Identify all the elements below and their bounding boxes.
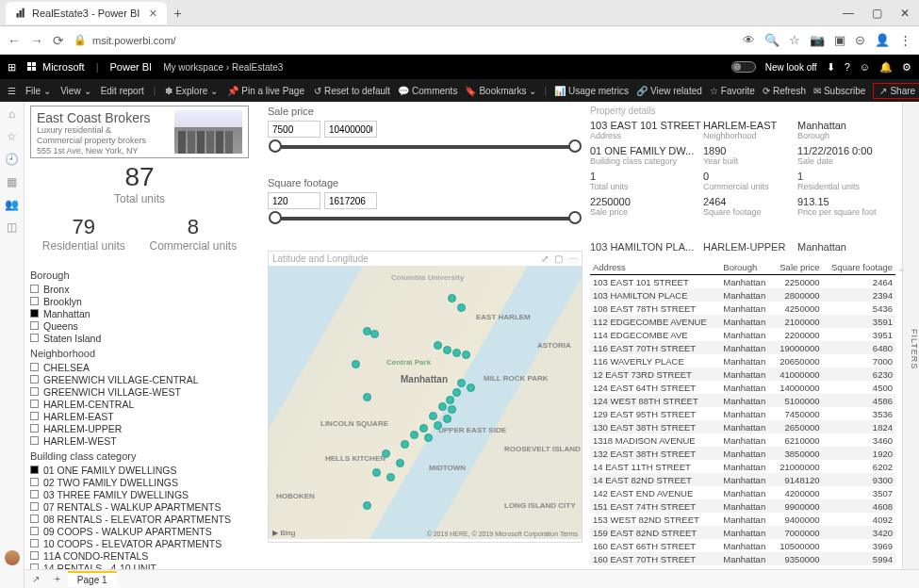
class-option[interactable]: 08 RENTALS - ELEVATOR APARTMENTS [30, 513, 260, 525]
checkbox[interactable] [30, 478, 39, 486]
class-option[interactable]: 09 COOPS - WALKUP APARTMENTS [30, 525, 260, 537]
table-row[interactable]: 14 EAST 82ND STREETManhattan91481209300 [590, 473, 895, 486]
table-row[interactable]: 116 WAVERLY PLACEManhattan206500007000 [590, 354, 895, 368]
drill-icon[interactable]: ⤢ [541, 253, 549, 264]
sqft-min-input[interactable] [268, 192, 320, 209]
table-row[interactable]: 129 EAST 95TH STREETManhattan74500003536 [590, 407, 895, 420]
menu-icon[interactable]: ⋮ [899, 33, 911, 47]
page-tab-1[interactable]: Page 1 [68, 571, 117, 587]
checkbox[interactable] [30, 490, 39, 498]
checkbox[interactable] [30, 514, 39, 523]
table-row[interactable]: 160 EAST 70TH STREETManhattan93500005994 [590, 552, 895, 565]
table-row[interactable]: 108 EAST 78TH STREETManhattan42500005436 [590, 302, 895, 315]
borough-option[interactable]: Brooklyn [30, 295, 260, 307]
checkbox[interactable] [30, 321, 39, 330]
class-option[interactable]: 10 COOPS - ELEVATOR APARTMENTS [30, 537, 260, 549]
table-row[interactable]: 112 EDGECOMBE AVENUEManhattan21000003591 [590, 315, 895, 328]
table-row[interactable]: 153 WEST 82ND STREETManhattan94000004092 [590, 513, 895, 526]
zoom-icon[interactable]: 🔍 [764, 33, 780, 47]
usage-metrics-button[interactable]: 📊 Usage metrics [554, 86, 629, 96]
checkbox[interactable] [30, 424, 39, 433]
sale-slider-thumb-min[interactable] [269, 139, 282, 153]
breadcrumb-workspace[interactable]: My workspace [163, 62, 223, 73]
map-canvas[interactable]: Manhattan EAST HARLEM Central Park MIDTO… [269, 266, 582, 539]
settings-icon[interactable]: ⚙ [902, 61, 911, 74]
neighborhood-option[interactable]: HARLEM-UPPER [30, 422, 260, 434]
address-bar[interactable]: 🔒 msit.powerbi.com/ [74, 34, 733, 46]
checkbox[interactable] [30, 285, 39, 293]
more-icon[interactable]: ⋯ [568, 253, 578, 264]
class-option[interactable]: 03 THREE FAMILY DWELLINGS [30, 488, 260, 500]
class-option[interactable]: 02 TWO FAMILY DWELLINGS [30, 476, 260, 488]
nav-toggle-icon[interactable]: ☰ [8, 86, 16, 96]
expand-icon[interactable]: ↗ [25, 574, 47, 584]
feedback-icon[interactable]: ☺ [860, 61, 870, 73]
home-icon[interactable]: ⌂ [8, 107, 15, 121]
help-icon[interactable]: ? [845, 61, 850, 73]
view-menu[interactable]: View ⌄ [60, 86, 91, 96]
table-row[interactable]: 12 EAST 73RD STREETManhattan410000006230 [590, 368, 895, 381]
checkbox[interactable] [30, 502, 39, 511]
sqft-slider-thumb-min[interactable] [269, 211, 282, 224]
table-row[interactable]: 116 EAST 70TH STREETManhattan19000000648… [590, 341, 895, 354]
close-icon[interactable]: × [149, 6, 156, 21]
sync-icon[interactable]: 👁 [743, 33, 755, 47]
notifications-icon[interactable]: 🔔 [879, 61, 893, 74]
apps-icon[interactable]: ▦ [7, 175, 17, 188]
neighborhood-option[interactable]: CHELSEA [30, 361, 260, 373]
product-name[interactable]: Power BI [109, 61, 152, 73]
edit-report-button[interactable]: Edit report [101, 86, 144, 96]
borough-option[interactable]: Staten Island [30, 332, 260, 344]
neighborhood-option[interactable]: HARLEM-WEST [30, 434, 260, 447]
table-row[interactable]: 151 EAST 74TH STREETManhattan99000004608 [590, 499, 895, 513]
checkbox[interactable] [30, 387, 39, 396]
new-look-toggle[interactable] [731, 61, 756, 73]
neighborhood-option[interactable]: HARLEM-CENTRAL [30, 398, 260, 410]
refresh-button[interactable]: ⟳ Refresh [763, 86, 806, 96]
borough-option[interactable]: Manhattan [30, 307, 260, 319]
focus-icon[interactable]: ▢ [554, 253, 563, 264]
file-menu[interactable]: File ⌄ [25, 86, 51, 96]
table-row[interactable]: 103 HAMILTON PLACEManhattan28000002394 [590, 288, 895, 302]
checkbox[interactable] [30, 527, 39, 535]
col-sqft[interactable]: Square footage [823, 260, 895, 275]
profile-icon[interactable]: 👤 [875, 33, 890, 47]
table-row[interactable]: 124 WEST 88TH STREETManhattan51000004586 [590, 394, 895, 407]
view-related-button[interactable]: 🔗 View related [636, 86, 702, 96]
subscribe-button[interactable]: ✉ Subscribe [813, 86, 865, 96]
sale-min-input[interactable] [268, 121, 320, 138]
checkbox[interactable] [30, 334, 39, 342]
breadcrumb-report[interactable]: RealEstate3 [232, 62, 283, 73]
sale-slider-track[interactable] [275, 145, 575, 149]
borough-option[interactable]: Queens [30, 319, 260, 332]
forward-button[interactable]: → [30, 33, 43, 48]
sale-slider-thumb-max[interactable] [568, 139, 582, 153]
table-row[interactable]: 159 EAST 82ND STREETManhattan70000003420 [590, 526, 895, 539]
class-option[interactable]: 07 RENTALS - WALKUP APARTMENTS [30, 500, 260, 513]
class-option[interactable]: 11A CONDO-RENTALS [30, 549, 260, 562]
checkbox[interactable] [30, 363, 39, 371]
favorite-button[interactable]: ☆ Favorite [710, 86, 755, 96]
checkbox[interactable] [30, 466, 39, 474]
sqft-slider-thumb-max[interactable] [568, 211, 582, 224]
maximize-button[interactable]: ▢ [862, 7, 891, 20]
table-row[interactable]: 114 EDGECOMBE AVEManhattan22000003951 [590, 328, 895, 341]
table-row[interactable]: 103 EAST 101 STREETManhattan22500002464 [590, 275, 895, 289]
checkbox[interactable] [30, 551, 39, 560]
checkbox[interactable] [30, 297, 39, 305]
avatar[interactable] [5, 550, 20, 565]
close-button[interactable]: ✕ [891, 7, 919, 20]
neighborhood-option[interactable]: GREENWICH VILLAGE-CENTRAL [30, 373, 260, 385]
col-borough[interactable]: Borough [720, 260, 773, 275]
table-row[interactable]: 14 EAST 11TH STREETManhattan210000006202 [590, 460, 895, 473]
workspaces-icon[interactable]: ◫ [7, 220, 17, 234]
table-row[interactable]: 130 EAST 38TH STREETManhattan26500001824 [590, 420, 895, 433]
scroll-up-icon[interactable]: ⌃ [897, 268, 905, 278]
add-page-icon[interactable]: + [47, 574, 68, 584]
bookmarks-menu[interactable]: 🔖 Bookmarks ⌄ [465, 86, 536, 96]
checkbox[interactable] [30, 400, 39, 408]
sqft-slider-track[interactable] [275, 217, 575, 220]
filters-pane-toggle[interactable]: FILTERS [902, 102, 919, 588]
sale-max-input[interactable] [324, 121, 377, 138]
sqft-max-input[interactable] [324, 192, 377, 209]
